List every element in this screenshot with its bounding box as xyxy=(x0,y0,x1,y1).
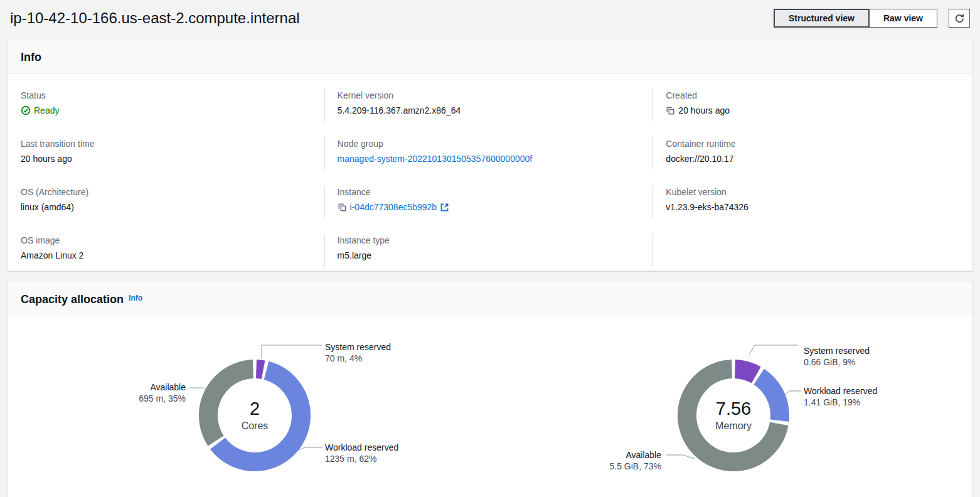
cpu-donut-chart[interactable] xyxy=(195,356,314,475)
field-kernel-version: Kernel version 5.4.209-116.367.amzn2.x86… xyxy=(324,89,653,122)
memory-label-system-reserved: System reserved 0.66 GiB, 9% xyxy=(804,345,870,368)
status-badge: Ready xyxy=(21,104,312,117)
instance-link[interactable]: i-04dc77308ec5b992b xyxy=(350,201,437,213)
field-instance: Instance i-04dc77308ec5b992b xyxy=(324,186,653,218)
cpu-label-workload-reserved: Workload reserved 1235 m, 62% xyxy=(325,442,398,464)
info-row-3: OS (Architecture) linux (amd64) Instance… xyxy=(8,186,972,218)
field-label: Container runtime xyxy=(666,137,959,150)
field-label: OS (Architecture) xyxy=(21,186,312,198)
cpu-label-available: Available 695 m, 35% xyxy=(139,382,186,404)
info-grid: Status Ready Kernel version 5.4.209-116.… xyxy=(8,89,972,273)
created-text: 20 hours ago xyxy=(678,104,730,117)
field-instance-type: Instance type m5.large xyxy=(324,234,653,267)
memory-label-workload-reserved: Workload reserved 1.41 GiB, 19% xyxy=(804,385,877,408)
field-label: Last transition time xyxy=(21,137,312,150)
copy-icon[interactable] xyxy=(666,106,675,115)
field-node-group: Node group managed-system-20221013015053… xyxy=(324,137,653,170)
external-link-icon[interactable] xyxy=(440,203,449,212)
capacity-info-link[interactable]: Info xyxy=(129,294,142,302)
field-label: Kubelet version xyxy=(666,186,959,198)
info-row-1: Status Ready Kernel version 5.4.209-116.… xyxy=(8,89,972,122)
page-header: ip-10-42-10-166.us-east-2.compute.intern… xyxy=(0,0,980,36)
check-circle-icon xyxy=(21,105,31,115)
raw-view-button[interactable]: Raw view xyxy=(870,9,937,28)
capacity-allocation-card: Capacity allocation Info 2 Cores System … xyxy=(8,281,972,497)
field-value: 20 hours ago xyxy=(21,152,312,165)
header-actions: Structured view Raw view xyxy=(774,9,970,28)
field-value: 5.4.209-116.367.amzn2.x86_64 xyxy=(338,104,641,117)
info-row-2: Last transition time 20 hours ago Node g… xyxy=(8,137,972,170)
capacity-card-title: Capacity allocation xyxy=(21,292,124,306)
node-group-link[interactable]: managed-system-2022101301505357600000000… xyxy=(338,152,533,165)
refresh-icon xyxy=(954,13,965,24)
field-value: docker://20.10.17 xyxy=(666,152,959,165)
field-label: Status xyxy=(21,89,312,102)
status-text: Ready xyxy=(34,104,59,117)
field-label: Instance xyxy=(338,186,641,198)
field-label: Instance type xyxy=(338,234,641,247)
field-label: Node group xyxy=(338,137,641,150)
field-value: 20 hours ago xyxy=(666,104,959,117)
field-value: Amazon Linux 2 xyxy=(21,249,312,262)
capacity-card-header: Capacity allocation Info xyxy=(8,282,972,316)
memory-donut-chart[interactable] xyxy=(674,356,793,475)
field-label: Created xyxy=(666,89,959,102)
field-label: Kernel version xyxy=(338,89,641,102)
cpu-label-system-reserved: System reserved 70 m, 4% xyxy=(325,341,391,364)
field-value: v1.23.9-eks-ba74326 xyxy=(666,201,959,213)
view-toggle: Structured view Raw view xyxy=(774,9,937,28)
field-created: Created 20 hours ago xyxy=(652,89,972,122)
structured-view-button[interactable]: Structured view xyxy=(774,9,870,28)
refresh-button[interactable] xyxy=(949,9,970,28)
capacity-charts: 2 Cores System reserved 70 m, 4% Availab… xyxy=(8,316,972,497)
copy-icon[interactable] xyxy=(338,203,347,212)
field-last-transition-time: Last transition time 20 hours ago xyxy=(8,137,324,170)
memory-label-available: Available 5.5 GiB, 73% xyxy=(610,449,662,472)
field-os-architecture: OS (Architecture) linux (amd64) xyxy=(8,186,324,218)
field-label: OS image xyxy=(21,234,312,247)
page-title: ip-10-42-10-166.us-east-2.compute.intern… xyxy=(10,9,774,27)
info-card: Info Status Ready Kernel version 5.4. xyxy=(8,39,972,271)
field-kubelet-version: Kubelet version v1.23.9-eks-ba74326 xyxy=(652,186,972,218)
info-row-4: OS image Amazon Linux 2 Instance type m5… xyxy=(8,234,972,267)
info-card-header: Info xyxy=(8,40,972,74)
info-card-title: Info xyxy=(21,50,41,64)
field-value: m5.large xyxy=(338,249,641,262)
field-empty xyxy=(652,234,972,267)
field-os-image: OS image Amazon Linux 2 xyxy=(8,234,324,267)
field-status: Status Ready xyxy=(8,89,324,122)
field-value: linux (amd64) xyxy=(21,201,312,213)
field-container-runtime: Container runtime docker://20.10.17 xyxy=(652,137,972,170)
